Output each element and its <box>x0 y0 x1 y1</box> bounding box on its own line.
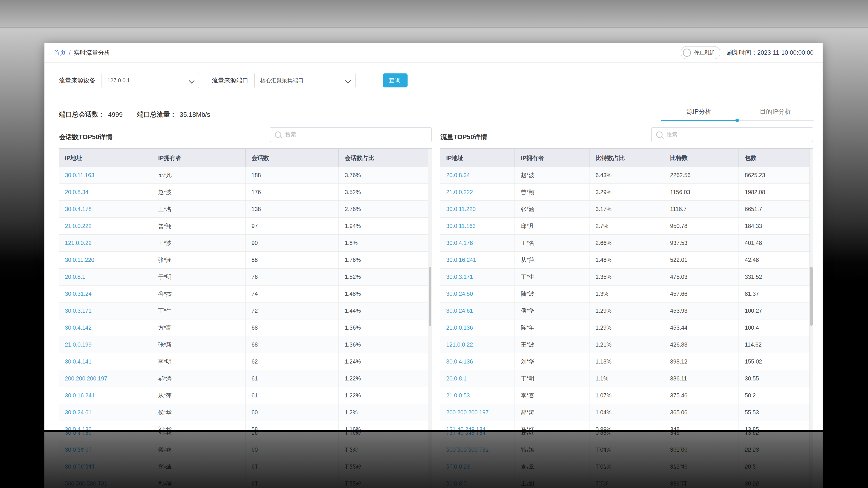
table-cell: 30.55 <box>739 370 813 387</box>
session-table-scrollbar[interactable] <box>428 149 432 430</box>
table-cell: 176 <box>246 184 339 200</box>
ip-link[interactable]: 30.0.24.50 <box>440 286 515 302</box>
ip-link[interactable]: 30.0.24.61 <box>59 404 152 421</box>
ip-link[interactable]: 21.0.0.222 <box>59 218 152 234</box>
table-cell: 1.76% <box>339 252 432 268</box>
table-cell: 0.99% <box>590 421 664 430</box>
table-cell: 1.04% <box>590 404 664 421</box>
device-select-value: 127.0.0.1 <box>107 77 130 84</box>
column-header: 会话数 <box>246 149 339 167</box>
port-select[interactable]: 核心汇聚采集端口 <box>254 73 355 88</box>
table-row: 30.0.4.136刘*华1.13%398.12155.02 <box>440 353 813 370</box>
table-cell: 从*萍 <box>152 387 246 404</box>
table-cell: 2.7% <box>590 218 664 234</box>
table-cell: 365.06 <box>664 404 739 421</box>
ip-link[interactable]: 121.46.249.134 <box>440 421 515 430</box>
tab-dest-ip-analysis[interactable]: 目的IP分析 <box>737 103 813 120</box>
table-row: 20.0.8.34赵*波1763.52% <box>59 184 432 201</box>
panels: 会话数TOP50详情 IP地址IP拥有者会话数会话数占比 30.0.11.163… <box>59 126 813 430</box>
breadcrumb-home-link[interactable]: 首页 <box>54 48 66 57</box>
table-cell: 曾*翔 <box>515 184 590 200</box>
ip-link[interactable]: 121.0.0.22 <box>440 336 515 353</box>
ip-link[interactable]: 20.0.8.1 <box>440 370 515 387</box>
ip-link[interactable]: 30.0.11.163 <box>59 167 152 184</box>
ip-link[interactable]: 30.0.4.136 <box>440 353 515 370</box>
ip-link[interactable]: 30.0.4.136 <box>59 421 152 430</box>
query-button[interactable]: 查询 <box>383 73 408 88</box>
session-search-input[interactable] <box>285 131 427 138</box>
table-cell: 62 <box>246 353 339 370</box>
ip-link[interactable]: 30.0.11.163 <box>440 218 515 234</box>
table-row: 30.0.24.61侯*华1.29%453.93100.27 <box>440 302 813 320</box>
ip-link[interactable]: 21.0.0.222 <box>440 184 515 200</box>
table-cell: 68 <box>246 320 339 336</box>
column-header: IP地址 <box>440 149 515 167</box>
ip-link[interactable]: 21.0.0.199 <box>59 336 152 353</box>
refresh-time-value: 2023-11-10 00:00:00 <box>757 49 813 56</box>
ip-link[interactable]: 200.200.200.197 <box>59 370 152 387</box>
traffic-table-scrollbar[interactable] <box>809 149 813 430</box>
ip-link[interactable]: 30.0.11.220 <box>440 201 515 217</box>
ip-link[interactable]: 30.0.4.178 <box>59 201 152 217</box>
ip-link[interactable]: 121.0.0.22 <box>59 235 152 251</box>
ip-link[interactable]: 30.0.4.178 <box>440 235 515 251</box>
table-cell: 1.16% <box>339 421 432 430</box>
table-cell: 6.43% <box>590 167 664 184</box>
table-cell: 1.07% <box>590 387 664 404</box>
table-row: 121.0.0.22王*波1.21%426.83114.62 <box>440 336 813 353</box>
table-cell: 401.48 <box>739 235 813 251</box>
breadcrumb-bar: 首页 / 实时流量分析 停止刷新 刷新时间： 2023-11-10 00:00:… <box>44 43 823 63</box>
tab-source-ip-analysis[interactable]: 源IP分析 <box>661 103 737 120</box>
table-cell: 张*涵 <box>515 201 590 217</box>
table-row: 30.0.4.141李*明621.24% <box>59 353 432 370</box>
traffic-table-body: 20.0.8.34赵*波6.43%2262.568625.2321.0.0.22… <box>440 167 813 430</box>
table-cell: 1.24% <box>339 353 432 370</box>
session-table-header: IP地址IP拥有者会话数会话数占比 <box>59 149 432 167</box>
device-select[interactable]: 127.0.0.1 <box>101 73 199 88</box>
ip-link[interactable]: 30.0.4.141 <box>59 353 152 370</box>
ip-link[interactable]: 30.0.24.61 <box>440 302 515 319</box>
table-cell: 1.94% <box>339 218 432 234</box>
table-cell: 1.2% <box>339 404 432 421</box>
table-cell: 114.62 <box>739 336 813 353</box>
table-cell: 侯*华 <box>515 302 590 319</box>
ip-link[interactable]: 30.0.16.241 <box>440 252 515 268</box>
port-select-label: 流量来源端口 <box>212 76 248 85</box>
ip-analysis-tabs: 源IP分析 目的IP分析 <box>661 103 813 121</box>
table-row: 30.0.11.163邱*凡1883.76% <box>59 167 432 184</box>
ip-link[interactable]: 21.0.0.53 <box>440 387 515 404</box>
table-cell: 张*新 <box>152 336 246 353</box>
traffic-search-input[interactable] <box>666 131 808 138</box>
ip-link[interactable]: 30.0.3.171 <box>440 269 515 285</box>
ip-link[interactable]: 21.0.0.136 <box>440 320 515 336</box>
scrollbar-thumb[interactable] <box>429 267 431 326</box>
traffic-table-title: 流量TOP50详情 <box>440 126 487 148</box>
table-cell: 426.83 <box>664 336 739 353</box>
ip-link[interactable]: 30.0.16.241 <box>59 387 152 404</box>
table-cell: 1.52% <box>339 269 432 285</box>
table-row: 200.200.200.197郝*涛1.04%365.0655.53 <box>440 404 813 421</box>
scrollbar-thumb[interactable] <box>810 267 813 326</box>
ip-link[interactable]: 20.0.8.1 <box>59 269 152 285</box>
ip-link[interactable]: 30.0.4.142 <box>59 320 152 336</box>
stop-refresh-toggle[interactable]: 停止刷新 <box>681 46 720 59</box>
table-cell: 2.76% <box>339 201 432 217</box>
ip-link[interactable]: 30.0.31.24 <box>59 286 152 302</box>
table-row: 21.0.0.199张*新681.36% <box>59 336 432 353</box>
table-cell: 1.21% <box>590 336 664 353</box>
ip-link[interactable]: 30.0.11.220 <box>59 252 152 268</box>
table-cell: 马*红 <box>515 421 590 430</box>
port-stats: 端口总会话数： 4999 端口总流量： 35.18Mb/s <box>59 110 225 119</box>
ip-link[interactable]: 20.0.8.34 <box>59 184 152 200</box>
table-cell: 453.44 <box>664 320 739 336</box>
table-cell: 王*波 <box>152 235 246 251</box>
table-row: 30.0.4.178王*名1382.76% <box>59 201 432 218</box>
session-search-box <box>270 127 432 142</box>
table-row: 30.0.11.220张*涵3.17%1116.76651.7 <box>440 201 813 218</box>
table-cell: 1.3% <box>590 286 664 302</box>
ip-link[interactable]: 20.0.8.34 <box>440 167 515 184</box>
ip-link[interactable]: 200.200.200.197 <box>440 404 515 421</box>
table-cell: 1.29% <box>590 320 664 336</box>
refresh-time-label: 刷新时间： <box>727 48 757 57</box>
ip-link[interactable]: 30.0.3.171 <box>59 302 152 319</box>
